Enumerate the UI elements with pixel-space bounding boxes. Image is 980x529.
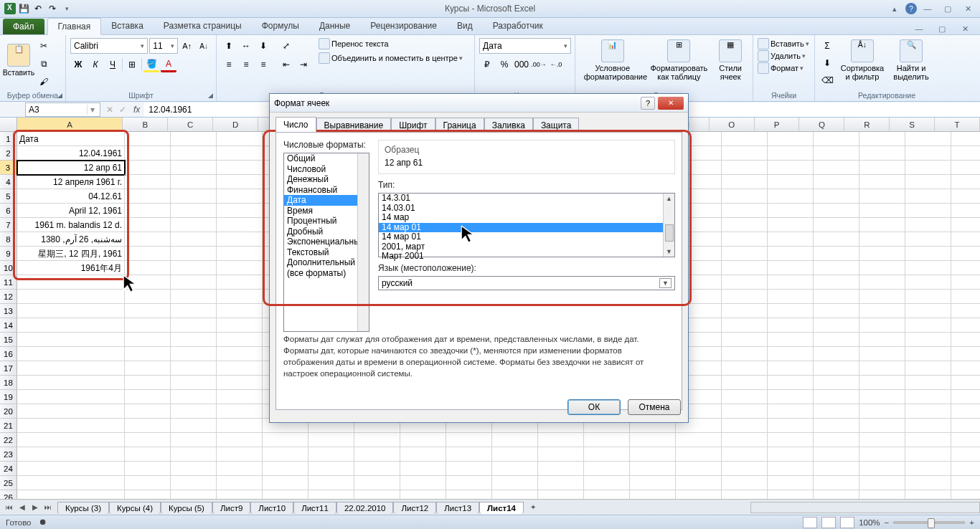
num-format-item-5[interactable]: Время bbox=[284, 206, 369, 216]
cell-P12[interactable] bbox=[768, 290, 814, 304]
col-header-Q[interactable]: Q bbox=[799, 118, 844, 131]
cell-P2[interactable] bbox=[768, 146, 814, 161]
scroll-up-icon[interactable]: ▲ bbox=[666, 195, 672, 202]
num-format-item-0[interactable]: Общий bbox=[284, 153, 369, 164]
sheet-prev-icon[interactable]: ◀ bbox=[16, 501, 29, 514]
cell-R9[interactable] bbox=[859, 247, 905, 261]
cell-C25[interactable] bbox=[171, 476, 217, 490]
cell-M26[interactable] bbox=[630, 490, 676, 499]
cell-R24[interactable] bbox=[859, 462, 905, 476]
num-format-item-3[interactable]: Финансовый bbox=[284, 185, 369, 196]
cell-I25[interactable] bbox=[446, 476, 492, 490]
row-header-21[interactable]: 21 bbox=[0, 419, 17, 433]
cell-C14[interactable] bbox=[171, 318, 217, 333]
cell-D4[interactable] bbox=[217, 175, 263, 189]
paste-button[interactable]: 📋 Вставить bbox=[4, 38, 33, 82]
cell-A7[interactable]: 1961 m. balandis 12 d. bbox=[17, 218, 125, 232]
col-header-O[interactable]: O bbox=[710, 118, 755, 131]
cell-R3[interactable] bbox=[859, 161, 905, 175]
ok-button[interactable]: ОК bbox=[567, 399, 621, 415]
cell-C8[interactable] bbox=[171, 232, 217, 247]
cell-T8[interactable] bbox=[951, 232, 980, 247]
cell-S8[interactable] bbox=[905, 232, 951, 247]
cell-Q10[interactable] bbox=[814, 261, 859, 275]
cell-R23[interactable] bbox=[859, 447, 905, 462]
row-header-19[interactable]: 19 bbox=[0, 390, 17, 404]
cell-S3[interactable] bbox=[905, 161, 951, 175]
cell-E22[interactable] bbox=[263, 433, 308, 447]
dialog-help-icon[interactable]: ? bbox=[641, 97, 655, 110]
cell-R15[interactable] bbox=[859, 333, 905, 347]
dialog-tab-1[interactable]: Выравнивание bbox=[316, 118, 392, 133]
align-left-icon[interactable]: ≡ bbox=[221, 57, 237, 72]
ribbon-tab-3[interactable]: Формулы bbox=[252, 18, 309, 34]
cell-B11[interactable] bbox=[125, 275, 171, 290]
num-format-item-7[interactable]: Дробный bbox=[284, 227, 369, 237]
cell-B24[interactable] bbox=[125, 462, 171, 476]
format-cells-button[interactable]: Формат▾ bbox=[758, 62, 810, 74]
cell-P22[interactable] bbox=[768, 433, 814, 447]
row-header-15[interactable]: 15 bbox=[0, 333, 17, 347]
cell-L25[interactable] bbox=[584, 476, 630, 490]
row-header-9[interactable]: 9 bbox=[0, 247, 17, 261]
cell-R8[interactable] bbox=[859, 232, 905, 247]
cell-O9[interactable] bbox=[722, 247, 768, 261]
lang-dropdown-icon[interactable]: ▼ bbox=[659, 278, 672, 288]
align-right-icon[interactable]: ≡ bbox=[255, 57, 271, 72]
cell-R10[interactable] bbox=[859, 261, 905, 275]
cell-T16[interactable] bbox=[951, 347, 980, 361]
zoom-out-icon[interactable]: − bbox=[885, 518, 890, 527]
cell-D26[interactable] bbox=[217, 490, 263, 499]
cell-A21[interactable] bbox=[17, 419, 125, 433]
cell-N23[interactable] bbox=[676, 447, 722, 462]
horizontal-scrollbar[interactable] bbox=[750, 502, 980, 513]
col-header-T[interactable]: T bbox=[935, 118, 980, 131]
cell-P6[interactable] bbox=[768, 204, 814, 218]
ribbon-tab-4[interactable]: Данные bbox=[309, 18, 360, 34]
cell-P15[interactable] bbox=[768, 333, 814, 347]
cell-N26[interactable] bbox=[676, 490, 722, 499]
cell-S20[interactable] bbox=[905, 404, 951, 419]
fill-icon[interactable]: ⬇ bbox=[819, 55, 835, 71]
increase-decimal-icon[interactable]: .00→ bbox=[531, 57, 547, 72]
cell-T9[interactable] bbox=[951, 247, 980, 261]
cell-J26[interactable] bbox=[492, 490, 538, 499]
cell-C16[interactable] bbox=[171, 347, 217, 361]
name-box[interactable]: A3 ▾ bbox=[25, 103, 100, 117]
cell-S6[interactable] bbox=[905, 204, 951, 218]
cell-S11[interactable] bbox=[905, 275, 951, 290]
cell-J22[interactable] bbox=[492, 433, 538, 447]
cell-A13[interactable] bbox=[17, 304, 125, 318]
cell-O14[interactable] bbox=[722, 318, 768, 333]
cell-E24[interactable] bbox=[263, 462, 308, 476]
cell-R7[interactable] bbox=[859, 218, 905, 232]
type-list[interactable]: 14.3.0114.03.0114 мар14 мар 0114 мар 012… bbox=[378, 193, 675, 257]
cell-M25[interactable] bbox=[630, 476, 676, 490]
cell-P4[interactable] bbox=[768, 175, 814, 189]
cell-R19[interactable] bbox=[859, 390, 905, 404]
cell-S14[interactable] bbox=[905, 318, 951, 333]
type-item-1[interactable]: 14.03.01 bbox=[379, 204, 674, 214]
cell-A20[interactable] bbox=[17, 404, 125, 419]
cell-D5[interactable] bbox=[217, 189, 263, 204]
clipboard-launcher-icon[interactable]: ◢ bbox=[55, 91, 64, 100]
cell-S5[interactable] bbox=[905, 189, 951, 204]
decrease-font-icon[interactable]: A↓ bbox=[196, 38, 212, 54]
col-header-A[interactable]: A bbox=[17, 118, 123, 131]
font-size-combo[interactable]: 11▾ bbox=[149, 38, 177, 54]
row-header-1[interactable]: 1 bbox=[0, 132, 17, 146]
cell-Q11[interactable] bbox=[814, 275, 859, 290]
cell-T7[interactable] bbox=[951, 218, 980, 232]
sheet-tab-3[interactable]: Лист9 bbox=[212, 502, 250, 514]
cell-H25[interactable] bbox=[400, 476, 446, 490]
cell-I22[interactable] bbox=[446, 433, 492, 447]
type-list-scrollbar[interactable]: ▲ ▼ bbox=[663, 194, 674, 257]
cell-A19[interactable] bbox=[17, 390, 125, 404]
cell-D15[interactable] bbox=[217, 333, 263, 347]
cell-O16[interactable] bbox=[722, 347, 768, 361]
row-header-23[interactable]: 23 bbox=[0, 447, 17, 462]
cell-K22[interactable] bbox=[538, 433, 584, 447]
font-launcher-icon[interactable]: ◢ bbox=[206, 91, 215, 100]
format-painter-icon[interactable]: 🖌 bbox=[36, 74, 52, 90]
cell-R22[interactable] bbox=[859, 433, 905, 447]
